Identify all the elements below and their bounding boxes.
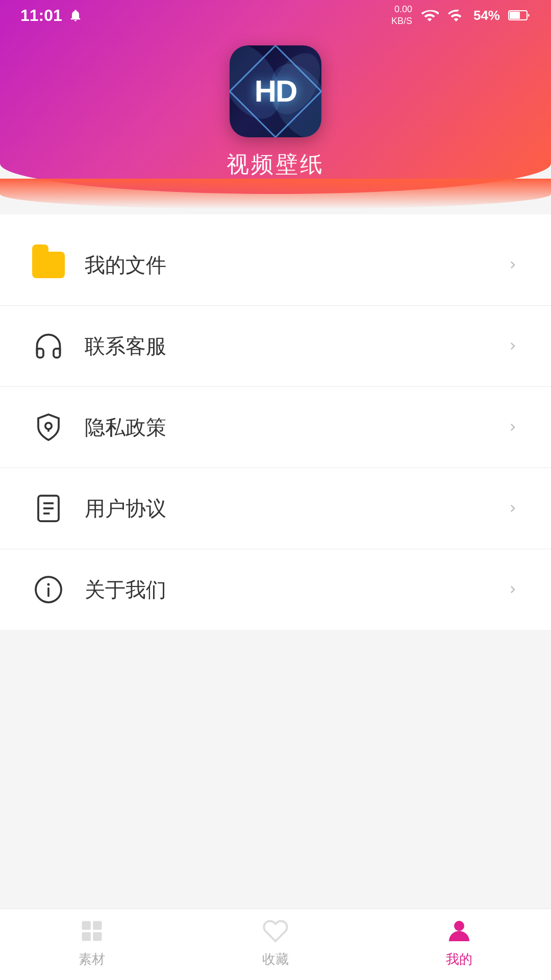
menu-item-about[interactable]: 关于我们 (0, 549, 551, 630)
document-icon (31, 491, 66, 526)
chevron-right-icon (505, 257, 520, 273)
headset-icon (31, 328, 66, 364)
chevron-right-icon (505, 420, 520, 435)
time-display: 11:01 (20, 6, 62, 25)
menu-item-support[interactable]: 联系客服 (0, 306, 551, 387)
tab-favorites-label: 收藏 (262, 950, 289, 968)
status-bar: 11:01 0.00 KB/S 54% (0, 0, 551, 31)
app-icon: HD (230, 45, 321, 137)
network-speed: 0.00 KB/S (391, 4, 412, 28)
mine-icon (444, 916, 474, 946)
svg-point-15 (454, 921, 464, 931)
svg-rect-13 (82, 932, 91, 941)
svg-rect-1 (510, 12, 520, 19)
svg-rect-11 (82, 921, 91, 930)
menu-item-privacy[interactable]: 隐私政策 (0, 387, 551, 468)
bottom-nav: 素材 收藏 我的 (0, 909, 551, 980)
shield-icon (31, 409, 66, 445)
status-time: 11:01 (20, 6, 83, 25)
menu-label-support: 联系客服 (85, 332, 505, 360)
favorites-icon (260, 916, 291, 946)
tab-mine-label: 我的 (446, 950, 472, 968)
menu-label-terms: 用户协议 (85, 495, 505, 523)
svg-point-2 (45, 423, 52, 429)
chevron-right-icon (505, 501, 520, 516)
menu-label-about: 关于我们 (85, 576, 505, 604)
tab-materials[interactable]: 素材 (0, 916, 184, 973)
menu-label-files: 我的文件 (85, 251, 505, 279)
chevron-right-icon (505, 338, 520, 354)
svg-rect-14 (93, 932, 102, 941)
materials-icon (77, 916, 107, 946)
info-icon (31, 572, 66, 607)
menu-list: 我的文件 联系客服 隐私政策 (0, 214, 551, 630)
tab-materials-label: 素材 (79, 950, 105, 968)
svg-rect-12 (93, 921, 102, 930)
tab-mine[interactable]: 我的 (367, 916, 551, 973)
menu-item-files[interactable]: 我的文件 (0, 225, 551, 306)
battery-icon (508, 9, 531, 21)
status-right: 0.00 KB/S 54% (391, 4, 531, 28)
wifi-icon (420, 6, 439, 24)
hd-label: HD (255, 74, 297, 109)
alarm-icon (68, 8, 83, 22)
battery-text: 54% (473, 8, 500, 23)
menu-item-terms[interactable]: 用户协议 (0, 468, 551, 549)
folder-icon (31, 247, 66, 283)
tab-favorites[interactable]: 收藏 (184, 916, 367, 973)
chevron-right-icon (505, 582, 520, 597)
app-name: 视频壁纸 (227, 150, 324, 180)
signal-icon (447, 6, 465, 24)
menu-label-privacy: 隐私政策 (85, 413, 505, 442)
